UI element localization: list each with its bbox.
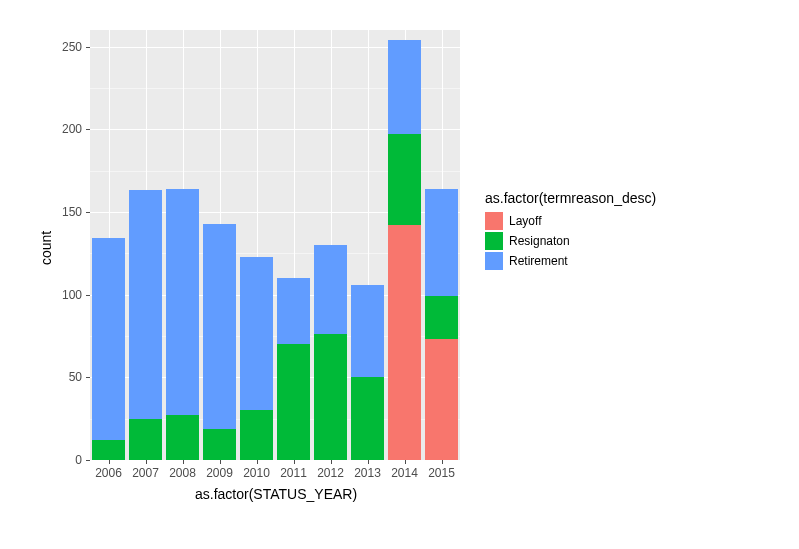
y-tick-mark [86,377,90,378]
bar-segment-retire [277,278,310,344]
bar-segment-retire [92,238,125,440]
legend-label: Layoff [509,214,541,228]
chart-canvas: count as.factor(STATUS_YEAR) as.factor(t… [0,0,799,549]
bar-segment-retire [425,189,458,297]
x-tick-label: 2011 [280,466,307,480]
y-tick-mark [86,460,90,461]
x-tick-label: 2013 [354,466,381,480]
x-tick-mark [146,460,147,464]
bar-segment-layoff [425,339,458,460]
bar-segment-retire [314,245,347,334]
legend-title: as.factor(termreason_desc) [485,190,656,206]
x-tick-mark [257,460,258,464]
y-tick-label: 150 [60,205,82,219]
x-tick-mark [368,460,369,464]
y-tick-mark [86,129,90,130]
plot-panel [90,30,460,460]
x-tick-label: 2014 [391,466,418,480]
x-tick-label: 2009 [206,466,233,480]
bar [166,189,199,460]
y-axis-title: count [38,231,54,265]
legend-item: Retirement [485,252,656,270]
x-tick-mark [220,460,221,464]
bar-segment-retire [166,189,199,416]
bar-segment-resign [351,377,384,460]
x-tick-mark [183,460,184,464]
bar-segment-retire [388,40,421,134]
y-tick-label: 0 [60,453,82,467]
legend: as.factor(termreason_desc) LayoffResigna… [485,190,656,272]
x-tick-label: 2015 [428,466,455,480]
x-tick-mark [442,460,443,464]
bar-segment-resign [203,429,236,460]
bar [203,224,236,461]
y-tick-label: 200 [60,122,82,136]
y-tick-mark [86,47,90,48]
legend-key [485,232,503,250]
x-tick-label: 2006 [95,466,122,480]
legend-key [485,252,503,270]
x-tick-mark [405,460,406,464]
bar-segment-resign [240,410,273,460]
legend-item: Resignaton [485,232,656,250]
legend-key [485,212,503,230]
legend-swatch [485,252,503,270]
bar-segment-retire [240,257,273,411]
legend-swatch [485,232,503,250]
bar-segment-resign [314,334,347,460]
bar [92,238,125,460]
y-tick-mark [86,295,90,296]
bar-segment-resign [425,296,458,339]
bar [277,278,310,460]
bar [314,245,347,460]
legend-label: Retirement [509,254,568,268]
bar-segment-resign [129,419,162,460]
x-tick-mark [331,460,332,464]
bar-segment-retire [351,285,384,378]
bar [425,189,458,460]
bar [351,285,384,460]
bar [129,190,162,460]
legend-swatch [485,212,503,230]
bar-segment-retire [129,190,162,418]
bar-segment-resign [277,344,310,460]
bar-segment-resign [92,440,125,460]
bar-segment-layoff [388,225,421,460]
y-tick-label: 50 [60,370,82,384]
y-tick-label: 100 [60,288,82,302]
y-tick-mark [86,212,90,213]
bar-segment-resign [166,415,199,460]
bar-segment-retire [203,224,236,429]
x-tick-label: 2008 [169,466,196,480]
x-tick-mark [109,460,110,464]
y-tick-label: 250 [60,40,82,54]
bar [240,257,273,460]
x-tick-label: 2010 [243,466,270,480]
legend-item: Layoff [485,212,656,230]
x-tick-mark [294,460,295,464]
bar-segment-resign [388,134,421,225]
legend-label: Resignaton [509,234,570,248]
bar [388,40,421,460]
x-axis-title: as.factor(STATUS_YEAR) [195,486,357,502]
x-tick-label: 2012 [317,466,344,480]
x-tick-label: 2007 [132,466,159,480]
